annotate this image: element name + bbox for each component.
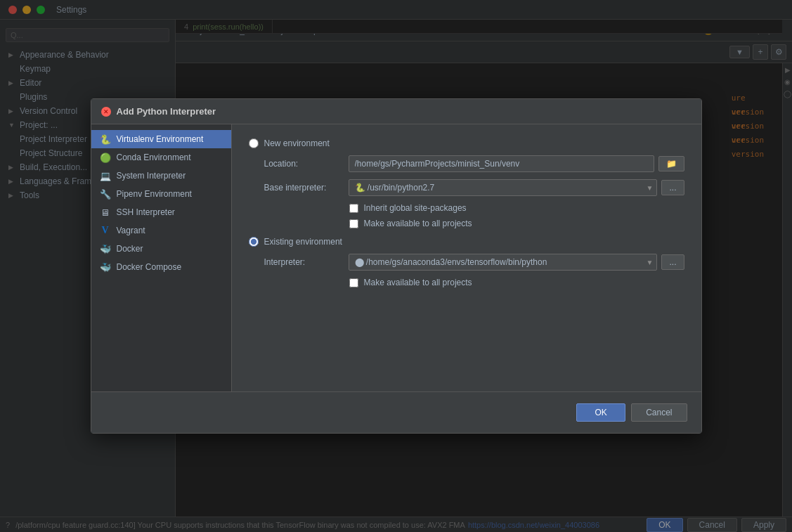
base-interpreter-label: Base interpreter: xyxy=(264,183,349,193)
available-all-projects-row-2: Make available to all projects xyxy=(249,278,684,287)
vagrant-icon: V xyxy=(100,225,111,236)
nav-item-label: Docker Compose xyxy=(117,262,182,272)
location-field-row: Location: 📁 xyxy=(249,155,684,172)
base-interpreter-dropdown-wrapper: 🐍 /usr/bin/python2.7 ▼ xyxy=(349,179,658,196)
make-available-label-1[interactable]: Make available to all projects xyxy=(364,219,472,228)
ssh-icon: 🖥 xyxy=(100,207,111,218)
interpreter-select[interactable]: ⬤ /home/gs/anaconda3/envs/tensorflow/bin… xyxy=(349,254,658,271)
modal-cancel-button[interactable]: Cancel xyxy=(631,403,687,422)
modal-close-button[interactable]: ✕ xyxy=(101,107,111,117)
location-input-wrapper: 📁 xyxy=(349,155,684,172)
modal-body: 🐍 Virtualenv Environment 🟢 Conda Environ… xyxy=(91,124,701,391)
nav-item-ssh[interactable]: 🖥 SSH Interpreter xyxy=(91,203,231,221)
location-label: Location: xyxy=(264,159,349,169)
nav-item-label: Conda Environment xyxy=(117,153,191,162)
base-interpreter-browse-button[interactable]: ... xyxy=(661,180,684,195)
modal-overlay: ✕ Add Python Interpreter 🐍 Virtualenv En… xyxy=(0,0,792,532)
location-input[interactable] xyxy=(349,155,654,172)
pipenv-icon: 🔧 xyxy=(100,188,111,200)
interpreter-browse-button[interactable]: ... xyxy=(661,254,684,270)
nav-item-vagrant[interactable]: V Vagrant xyxy=(91,221,231,240)
base-interpreter-field-row: Base interpreter: 🐍 /usr/bin/python2.7 ▼… xyxy=(249,179,684,196)
modal-footer: OK Cancel xyxy=(91,391,701,433)
location-browse-button[interactable]: 📁 xyxy=(658,156,684,171)
interpreter-label: Interpreter: xyxy=(264,257,349,267)
existing-environment-radio[interactable] xyxy=(249,237,259,247)
nav-item-label: Docker xyxy=(117,244,143,254)
nav-item-conda[interactable]: 🟢 Conda Environment xyxy=(91,148,231,167)
inherit-global-checkbox[interactable] xyxy=(349,204,358,213)
nav-item-docker-compose[interactable]: 🐳 Docker Compose xyxy=(91,258,231,276)
modal-title: Add Python Interpreter xyxy=(117,106,216,117)
system-icon: 💻 xyxy=(100,170,111,181)
modal-form: New environment Location: 📁 xyxy=(232,124,701,391)
inherit-global-label[interactable]: Inherit global site-packages xyxy=(364,203,467,213)
virtualenv-icon: 🐍 xyxy=(100,134,111,145)
make-available-checkbox-2[interactable] xyxy=(349,278,358,287)
nav-item-label: Virtualenv Environment xyxy=(117,134,204,144)
nav-item-label: System Interpreter xyxy=(117,171,186,181)
modal-title-bar: ✕ Add Python Interpreter xyxy=(91,99,701,124)
nav-item-label: Vagrant xyxy=(117,226,145,235)
interpreter-input-wrapper: ⬤ /home/gs/anaconda3/envs/tensorflow/bin… xyxy=(349,254,684,271)
interpreter-dropdown-wrapper: ⬤ /home/gs/anaconda3/envs/tensorflow/bin… xyxy=(349,254,658,271)
available-all-projects-row-1: Make available to all projects xyxy=(249,219,684,228)
folder-icon: 📁 xyxy=(666,159,677,169)
nav-item-pipenv[interactable]: 🔧 Pipenv Environment xyxy=(91,185,231,203)
nav-item-virtualenv[interactable]: 🐍 Virtualenv Environment xyxy=(91,130,231,148)
existing-environment-label[interactable]: Existing environment xyxy=(264,237,342,247)
modal-nav: 🐍 Virtualenv Environment 🟢 Conda Environ… xyxy=(91,124,232,391)
conda-icon: 🟢 xyxy=(100,152,111,163)
docker-compose-icon: 🐳 xyxy=(100,261,111,273)
nav-item-label: Pipenv Environment xyxy=(117,189,192,199)
inherit-global-row: Inherit global site-packages xyxy=(249,203,684,213)
interpreter-field-row: Interpreter: ⬤ /home/gs/anaconda3/envs/t… xyxy=(249,254,684,271)
new-environment-radio[interactable] xyxy=(249,138,259,148)
add-python-interpreter-dialog: ✕ Add Python Interpreter 🐍 Virtualenv En… xyxy=(91,98,702,434)
new-env-radio-row: New environment xyxy=(249,138,684,148)
existing-env-radio-row: Existing environment xyxy=(249,237,684,247)
base-interpreter-select[interactable]: 🐍 /usr/bin/python2.7 xyxy=(349,179,658,196)
new-environment-label[interactable]: New environment xyxy=(264,138,330,148)
make-available-checkbox-1[interactable] xyxy=(349,219,358,228)
modal-ok-button[interactable]: OK xyxy=(576,403,625,422)
make-available-label-2[interactable]: Make available to all projects xyxy=(364,278,472,287)
nav-item-label: SSH Interpreter xyxy=(117,207,175,217)
nav-item-docker[interactable]: 🐳 Docker xyxy=(91,240,231,258)
nav-item-system[interactable]: 💻 System Interpreter xyxy=(91,167,231,185)
base-interpreter-input-wrapper: 🐍 /usr/bin/python2.7 ▼ ... xyxy=(349,179,684,196)
docker-icon: 🐳 xyxy=(100,243,111,254)
ide-window: Settings ▶ Appearance & Behavior Keymap … xyxy=(0,0,792,532)
